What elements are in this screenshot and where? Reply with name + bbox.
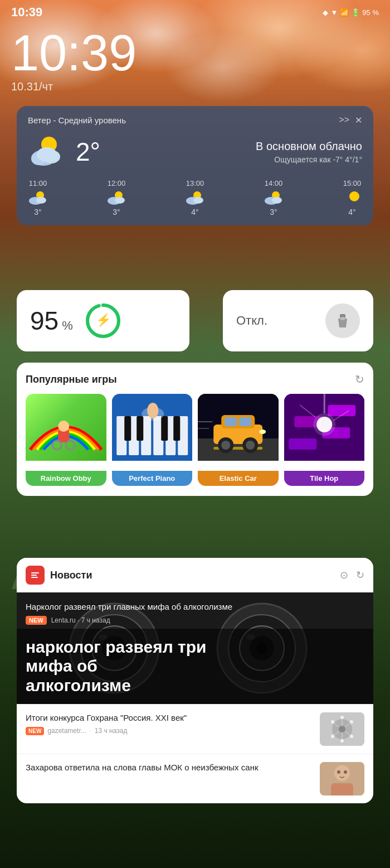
- svg-point-99: [337, 770, 340, 774]
- weather-hourly: 11:00 3° 12:00 3° 13:00: [28, 179, 362, 216]
- news-item-1-title: Захарова ответила на слова главы МОК о н…: [26, 762, 312, 773]
- game-thumb-rainbow-obby: [26, 394, 106, 461]
- news-item-0-badge: NEW: [26, 727, 44, 735]
- game-label-elastic-car: Elastic Car: [198, 471, 279, 486]
- big-clock: 10:39 10.31/чт: [11, 28, 136, 93]
- news-item-0-text: Итоги конкурса Гохрана "Россия. XXI век"…: [26, 712, 312, 735]
- games-grid: Rainbow Obby: [26, 394, 364, 486]
- svg-point-16: [272, 197, 282, 204]
- game-item-elastic-car[interactable]: Elastic Car: [198, 394, 279, 486]
- signal-icon: ▼: [330, 8, 338, 17]
- big-clock-date: 10.31/чт: [11, 80, 136, 93]
- svg-point-13: [193, 197, 203, 204]
- weather-hour-icon-4: [342, 190, 362, 205]
- weather-title: Ветер - Средний уровень: [28, 115, 126, 125]
- weather-hour-2: 13:00 4°: [185, 179, 205, 216]
- svg-point-93: [350, 720, 353, 724]
- battery-ring: ⚡: [84, 302, 122, 340]
- news-item-0-time: ·: [90, 727, 91, 734]
- games-header: Популярные игры ↻: [26, 373, 364, 386]
- svg-point-10: [115, 197, 125, 204]
- game-item-perfect-piano[interactable]: Perfect Piano: [112, 394, 193, 486]
- svg-point-40: [147, 403, 158, 418]
- news-header-icons: ⊙ ↻: [340, 569, 364, 581]
- game-item-rainbow-obby[interactable]: Rainbow Obby: [26, 394, 106, 486]
- weather-header: Ветер - Средний уровень >> ✕: [28, 115, 362, 126]
- svg-point-26: [52, 441, 61, 450]
- svg-point-51: [246, 441, 255, 450]
- weather-forward-icon[interactable]: >>: [339, 115, 349, 126]
- weather-widget: Ветер - Средний уровень >> ✕ 2° В основн…: [17, 106, 373, 225]
- news-badge: NEW: [26, 616, 47, 625]
- news-item-1[interactable]: Захарова ответила на слова главы МОК о н…: [17, 754, 373, 803]
- battery-percentage-display: 95 %: [30, 306, 73, 336]
- flashlight-icon: [334, 312, 352, 330]
- svg-point-52: [259, 430, 266, 434]
- games-refresh-icon[interactable]: ↻: [355, 373, 364, 386]
- news-big-text-overlay: нарколог развеял тримифа обалкоголизме: [17, 629, 373, 705]
- svg-point-92: [331, 720, 334, 724]
- svg-point-27: [66, 441, 75, 450]
- status-icons: ◆ ▼ 📶 🔋 95 %: [323, 8, 379, 17]
- svg-point-49: [221, 441, 230, 450]
- news-widget: Новости ⊙ ↻: [17, 558, 373, 803]
- game-label-rainbow-obby: Rainbow Obby: [26, 471, 106, 486]
- weather-main: 2° В основном облачно Ощущается как -7° …: [28, 132, 362, 171]
- weather-hour-icon-1: [106, 190, 126, 205]
- news-header: Новости ⊙ ↻: [17, 558, 373, 592]
- weather-close-icon[interactable]: ✕: [355, 115, 362, 126]
- weather-hour-icon-2: [185, 190, 205, 205]
- games-title: Популярные игры: [26, 374, 117, 385]
- svg-rect-56: [289, 438, 316, 450]
- game-thumb-perfect-piano: [112, 394, 193, 461]
- weather-hour-1: 12:00 3°: [106, 179, 126, 216]
- svg-rect-65: [31, 572, 39, 573]
- svg-point-100: [344, 770, 347, 774]
- news-settings-icon[interactable]: ⊙: [340, 569, 348, 581]
- svg-point-7: [36, 197, 46, 204]
- game-item-tile-hop[interactable]: Tile Hop: [284, 394, 365, 486]
- news-item-0-source: gazetametr...: [47, 727, 86, 735]
- signal-bars-icon: 📶: [340, 8, 349, 17]
- weather-main-icon: [28, 132, 67, 171]
- game-thumb-tile-hop: [284, 394, 365, 461]
- svg-text:⚡: ⚡: [95, 312, 111, 327]
- games-widget: Популярные игры ↻: [17, 363, 373, 496]
- svg-point-61: [313, 413, 335, 436]
- news-item-1-text: Захарова ответила на слова главы МОК о н…: [26, 762, 312, 773]
- svg-point-95: [350, 735, 353, 738]
- battery-percent-status: 95 %: [362, 8, 379, 17]
- news-title: Новости: [50, 570, 92, 581]
- news-featured-source: Lenta.ru · 7 ч назад: [51, 616, 110, 624]
- svg-rect-46: [225, 417, 237, 426]
- svg-point-23: [340, 317, 345, 320]
- news-item-0-thumb: [320, 712, 364, 746]
- battery-status-icon: 🔋: [351, 8, 360, 17]
- svg-rect-35: [124, 416, 131, 441]
- news-icon: [30, 570, 40, 580]
- news-item-0-title: Итоги конкурса Гохрана "Россия. XXI век": [26, 712, 312, 724]
- news-featured-small-text: Нарколог развеял три главных мифа об алк…: [26, 601, 364, 625]
- svg-point-94: [331, 735, 334, 738]
- flashlight-label: Откл.: [236, 314, 267, 328]
- news-item-0[interactable]: Итоги конкурса Гохрана "Россия. XXI век"…: [17, 704, 373, 754]
- news-item-0-meta: NEW gazetametr... · 13 ч назад: [26, 727, 312, 735]
- news-item-0-time: 13 ч назад: [95, 727, 128, 735]
- status-bar: 10:39 ◆ ▼ 📶 🔋 95 %: [0, 0, 390, 25]
- flashlight-button[interactable]: [325, 303, 360, 338]
- svg-rect-24: [58, 430, 69, 442]
- svg-point-97: [334, 765, 350, 781]
- flashlight-widget: Откл.: [223, 290, 373, 351]
- game-label-perfect-piano: Perfect Piano: [112, 471, 193, 486]
- weather-controls: >> ✕: [339, 115, 362, 126]
- wifi-icon: ◆: [323, 8, 328, 17]
- news-featured[interactable]: Нарколог развеял три главных мифа об алк…: [17, 592, 373, 704]
- svg-point-17: [349, 191, 359, 201]
- news-item-1-thumb: [320, 762, 364, 795]
- svg-rect-98: [331, 783, 353, 795]
- svg-rect-38: [173, 416, 180, 441]
- weather-hour-icon-3: [264, 190, 284, 205]
- svg-rect-47: [239, 417, 251, 426]
- big-clock-time: 10:39: [11, 28, 136, 78]
- news-refresh-icon[interactable]: ↻: [356, 569, 364, 581]
